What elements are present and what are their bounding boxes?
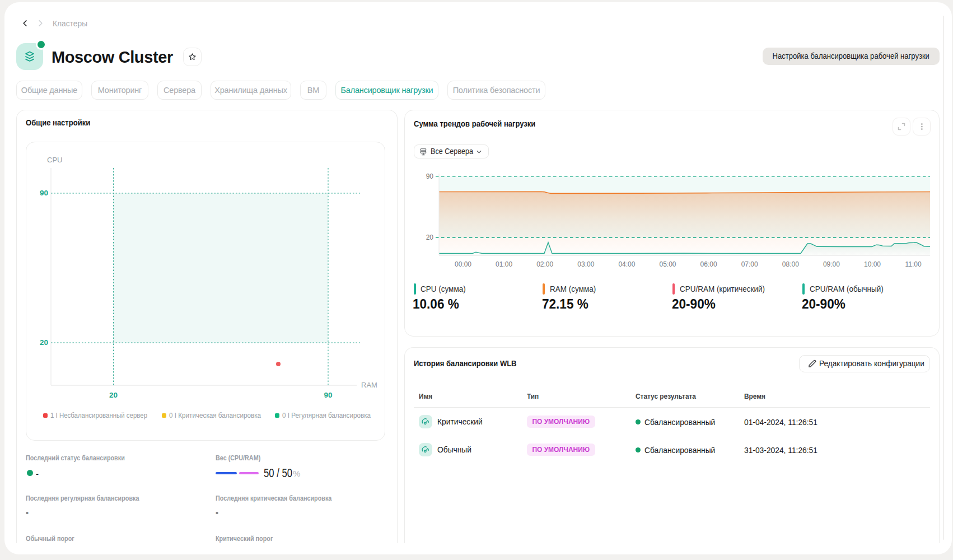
svg-text:02:00: 02:00 [536, 260, 553, 268]
svg-text:CPU: CPU [47, 156, 62, 164]
svg-text:07:00: 07:00 [741, 260, 758, 268]
svg-text:0 I Критическая балансировка: 0 I Критическая балансировка [169, 411, 261, 419]
svg-text:03:00: 03:00 [577, 260, 594, 268]
svg-text:90: 90 [40, 189, 48, 197]
svg-text:20: 20 [109, 391, 118, 399]
svg-text:01:00: 01:00 [496, 260, 512, 268]
svg-text:05:00: 05:00 [659, 260, 676, 268]
svg-text:1 I Несбалансированный сервер: 1 I Несбалансированный сервер [50, 411, 147, 419]
svg-text:0 I Регулярная балансировка: 0 I Регулярная балансировка [282, 411, 371, 419]
svg-text:RAM: RAM [361, 381, 377, 389]
svg-text:20: 20 [426, 234, 434, 241]
svg-text:00:00: 00:00 [455, 260, 471, 268]
svg-text:08:00: 08:00 [782, 260, 799, 268]
svg-text:10:00: 10:00 [864, 260, 881, 268]
svg-text:11:00: 11:00 [905, 260, 922, 268]
svg-text:04:00: 04:00 [618, 260, 635, 268]
svg-text:06:00: 06:00 [700, 260, 717, 268]
svg-text:09:00: 09:00 [823, 260, 840, 268]
svg-text:90: 90 [324, 391, 332, 399]
svg-text:90: 90 [426, 172, 434, 180]
svg-text:20: 20 [40, 338, 48, 347]
